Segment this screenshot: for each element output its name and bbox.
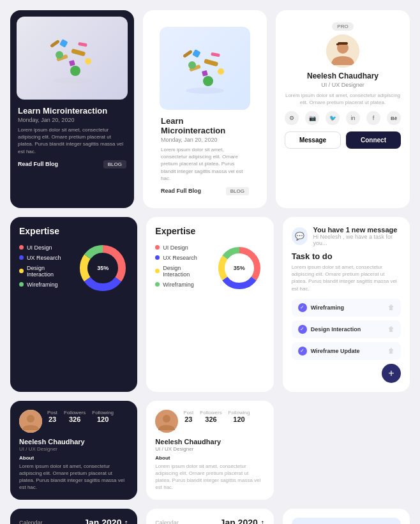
pro-badge: PRO (332, 22, 353, 31)
message-sub: Hi Neelesh , we have a task for you... (313, 234, 401, 246)
social-icons-row: ⚙ 📷 🐦 in f Bē (285, 111, 401, 125)
read-link-light[interactable]: Read Full Blog (161, 188, 201, 194)
row-4: Calendar Jan 2020 ↕ S M T W T F S 27 28 … (10, 509, 410, 524)
dot-2-dark (19, 255, 24, 260)
row-2: Expertise UI Design UX Research Design I… (10, 217, 410, 392)
expertise-card-dark: Expertise UI Design UX Research Design I… (10, 217, 137, 392)
donut-chart-light: 35% (214, 243, 265, 294)
pm-stat-followers-dark: Followers 326 (64, 410, 86, 423)
expertise-item-4-dark: Wireframing (19, 281, 72, 288)
blog-footer-light: Read Full Blog BLOG (161, 187, 249, 195)
svg-point-4 (70, 66, 80, 76)
svg-point-5 (56, 51, 63, 59)
blog-title-light: Learn Microinteraction (161, 116, 249, 135)
settings-icon[interactable]: ⚙ (285, 111, 299, 125)
blog-card-dark: Learn Microinteraction Monday, Jan 20, 2… (10, 10, 134, 208)
trash-icon-3[interactable]: 🗑 (388, 347, 394, 354)
blog-image-dark (17, 17, 128, 100)
twitter-icon[interactable]: 🐦 (326, 111, 340, 125)
task-desc: Lorem ipsum dolor sit amet, consectetur … (292, 264, 401, 292)
dot-2-light (155, 255, 160, 260)
svg-point-8 (85, 58, 91, 64)
linkedin-icon[interactable]: in (346, 111, 360, 125)
profile-name: Neelesh Chaudhary (285, 71, 401, 80)
svg-rect-9 (69, 60, 75, 66)
blog-footer-dark: Read Full Blog BLOG (18, 160, 126, 168)
task-left-1: ✓ Wireframing (298, 303, 344, 312)
message-button[interactable]: Message (285, 131, 341, 149)
expertise-item-3-light: Design Interaction (155, 265, 208, 278)
expertise-content-light: UI Design UX Research Design Interaction… (155, 243, 264, 294)
avatar (326, 34, 359, 68)
expertise-item-1-dark: UI Design (19, 244, 72, 251)
svg-point-15 (188, 61, 196, 69)
blog-illustration-light (170, 33, 240, 103)
check-icon-3: ✓ (298, 347, 307, 356)
donut-label-dark: 35% (97, 265, 109, 271)
svg-rect-12 (204, 59, 218, 66)
behance-icon[interactable]: Bē (387, 111, 401, 125)
message-icon: 💬 (292, 227, 308, 245)
svg-rect-6 (78, 42, 87, 47)
trash-icon-2[interactable]: 🗑 (388, 326, 394, 333)
profile-card: PRO Neelesh Chaudhary UI / UX Designer L… (276, 10, 410, 208)
message-text-wrap: You have 1 new message Hi Neelesh , we h… (313, 226, 401, 246)
blog-title-dark: Learn Microinteraction (18, 106, 126, 116)
profile-role: UI / UX Designer (285, 82, 401, 88)
pm-about-dark: About (19, 455, 128, 461)
calendar-month-light: Jan 2020 ↕ (220, 518, 265, 524)
expertise-card-light: Expertise UI Design UX Research Design I… (146, 217, 273, 392)
read-link-dark[interactable]: Read Full Blog (18, 161, 58, 167)
svg-rect-13 (183, 50, 193, 58)
label-3-dark: Design Interaction (27, 265, 72, 278)
calendar-label-dark: Calendar (19, 520, 43, 524)
blog-content-dark: Learn Microinteraction Monday, Jan 20, 2… (10, 100, 134, 171)
connect-button[interactable]: Connect (346, 131, 401, 149)
label-2-light: UX Research (163, 255, 197, 261)
blog-date-dark: Monday, Jan 20, 2020 (18, 117, 126, 123)
label-1-light: UI Design (163, 244, 188, 251)
blog-tag-dark: BLOG (103, 160, 126, 168)
svg-point-10 (186, 87, 224, 94)
pm-desc-light: Lorem ipsum dolor sit amet, consectetur … (155, 463, 264, 491)
task-title: Task to do (292, 251, 401, 261)
pm-stats-light: Post 23 Followers 326 Following 120 (183, 410, 250, 423)
svg-rect-22 (338, 42, 348, 45)
add-task-button[interactable]: + (382, 364, 401, 383)
svg-rect-19 (202, 70, 208, 77)
expertise-item-4-light: Wireframing (155, 281, 208, 288)
expertise-title-light: Expertise (155, 226, 264, 236)
label-4-light: Wireframing (163, 281, 194, 288)
pm-header-dark: Post 23 Followers 326 Following 120 (19, 410, 128, 433)
svg-point-18 (218, 68, 224, 75)
label-4-dark: Wireframing (27, 281, 58, 288)
task-item-3: ✓ Wireframe Update 🗑 (292, 342, 401, 360)
download-weather-card: ⬇ Downloading File 75% 10 min remaining … (283, 509, 410, 524)
pm-about-light: About (155, 455, 264, 461)
trash-icon-1[interactable]: 🗑 (388, 304, 394, 311)
pm-role-dark: UI / UX Designer (19, 446, 128, 452)
label-1-dark: UI Design (27, 244, 52, 251)
message-title: You have 1 new message (313, 226, 401, 234)
pm-stat-post-light: Post 23 (183, 410, 193, 423)
pm-stat-following-dark: Following 120 (92, 410, 114, 423)
label-2-dark: UX Research (27, 255, 61, 261)
svg-rect-16 (211, 52, 220, 57)
instagram-icon[interactable]: 📷 (305, 111, 319, 125)
app-container: Learn Microinteraction Monday, Jan 20, 2… (10, 10, 410, 524)
calendar-card-dark: Calendar Jan 2020 ↕ S M T W T F S 27 28 … (10, 509, 137, 524)
svg-rect-23 (336, 43, 339, 45)
dot-4-light (155, 282, 160, 287)
pm-name-dark: Neelesh Chaudhary (19, 438, 128, 445)
dot-4-dark (19, 282, 24, 287)
svg-rect-7 (59, 39, 68, 48)
cal-header-dark: Calendar Jan 2020 ↕ (19, 518, 128, 524)
blog-desc-dark: Lorem ipsum dolor sit amet, consectetur … (18, 126, 126, 155)
facebook-icon[interactable]: f (366, 111, 380, 125)
dot-3-dark (19, 269, 24, 273)
blog-content-light: Learn Microinteraction Monday, Jan 20, 2… (153, 110, 257, 198)
expertise-item-1-light: UI Design (155, 244, 208, 251)
svg-point-33 (27, 415, 34, 423)
svg-rect-2 (71, 49, 86, 56)
blog-desc-light: Lorem ipsum dolor sit amet, consectetur … (161, 146, 249, 182)
